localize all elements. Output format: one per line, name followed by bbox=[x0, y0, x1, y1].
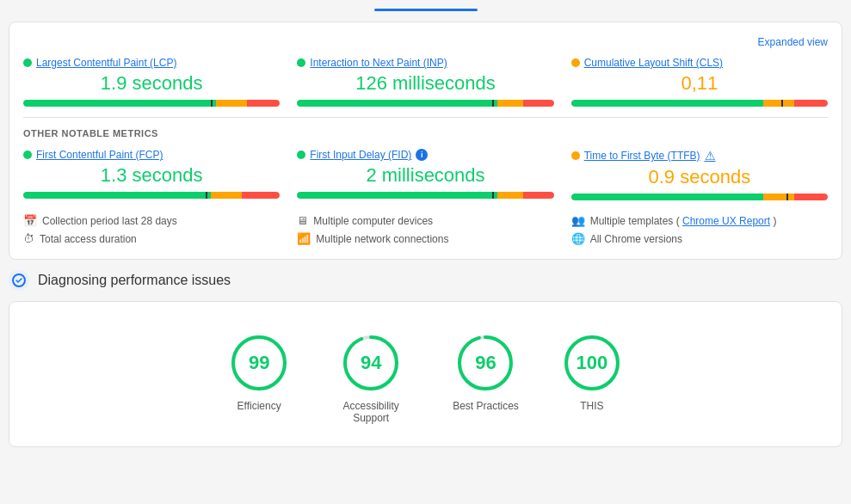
metric-ttfb: Time to First Byte (TTFB) ⚠ 0.9 seconds bbox=[571, 149, 828, 200]
scores-card: 99 Efficiency 94 Accessibility Support bbox=[9, 301, 842, 447]
metric-lcp: Largest Contentful Paint (LCP) 1.9 secon… bbox=[23, 57, 280, 107]
metric-cls-label[interactable]: Cumulative Layout Shift (CLS) bbox=[571, 57, 828, 69]
fid-dot bbox=[297, 151, 305, 159]
fcp-bar-orange bbox=[211, 192, 242, 199]
inp-bar-red bbox=[523, 100, 554, 107]
metric-ttfb-label[interactable]: Time to First Byte (TTFB) ⚠ bbox=[571, 149, 828, 163]
metric-cls: Cumulative Layout Shift (CLS) 0,11 bbox=[571, 57, 828, 107]
info-devices: 🖥 Multiple computer devices bbox=[297, 214, 553, 227]
score-this-value: 100 bbox=[576, 352, 607, 374]
primary-metrics-grid: Largest Contentful Paint (LCP) 1.9 secon… bbox=[23, 57, 828, 107]
score-this: 100 THIS bbox=[562, 333, 622, 424]
inp-bar-green bbox=[297, 100, 497, 107]
ttfb-warning-icon: ⚠ bbox=[705, 149, 716, 163]
info-devices-text: Multiple computer devices bbox=[313, 215, 433, 227]
inp-marker bbox=[492, 100, 494, 107]
cls-bar-green bbox=[571, 100, 764, 107]
info-total-text: Total access duration bbox=[40, 233, 137, 245]
lcp-marker bbox=[211, 100, 213, 107]
fid-bar-orange bbox=[497, 192, 523, 199]
fid-bar bbox=[297, 192, 553, 199]
score-this-circle: 100 bbox=[562, 333, 622, 393]
info-grid: 📅 Collection period last 28 days ⏱ Total… bbox=[23, 214, 828, 245]
diagnosing-section: Diagnosing performance issues bbox=[9, 270, 842, 291]
info-total-access: ⏱ Total access duration bbox=[23, 232, 280, 245]
inp-bar-orange bbox=[497, 100, 523, 107]
lcp-value: 1.9 seconds bbox=[23, 72, 280, 95]
score-best-practices-label: Best Practices bbox=[453, 400, 519, 412]
info-col-2: 🖥 Multiple computer devices 📶 Multiple n… bbox=[297, 214, 553, 245]
score-accessibility: 94 Accessibility Support bbox=[332, 333, 410, 424]
info-col-1: 📅 Collection period last 28 days ⏱ Total… bbox=[23, 214, 280, 245]
scores-grid: 99 Efficiency 94 Accessibility Support bbox=[23, 316, 828, 433]
lcp-bar bbox=[23, 100, 280, 107]
info-col-3: 👥 Multiple templates ( Chrome UX Report … bbox=[571, 214, 828, 245]
diagnosing-icon bbox=[9, 270, 29, 291]
score-best-practices-circle: 96 bbox=[455, 333, 515, 393]
fcp-dot bbox=[23, 151, 32, 159]
info-chrome-text: All Chrome versions bbox=[590, 233, 682, 245]
cls-dot bbox=[571, 58, 580, 67]
lcp-dot bbox=[23, 58, 32, 67]
info-templates-text: Multiple templates ( Chrome UX Report ) bbox=[590, 215, 777, 227]
metric-fcp-label[interactable]: First Contentful Paint (FCP) bbox=[23, 149, 280, 161]
inp-dot bbox=[297, 58, 305, 67]
info-collection-text: Collection period last 28 days bbox=[42, 215, 177, 227]
ttfb-value: 0.9 seconds bbox=[571, 166, 828, 188]
score-accessibility-label: Accessibility Support bbox=[332, 400, 410, 424]
fid-bar-red bbox=[523, 192, 554, 199]
ttfb-dot bbox=[571, 151, 580, 160]
lcp-bar-orange bbox=[216, 100, 247, 107]
expanded-view-link[interactable]: Expanded view bbox=[23, 36, 828, 48]
metric-inp-label[interactable]: Interaction to Next Paint (INP) bbox=[297, 57, 553, 69]
score-efficiency-value: 99 bbox=[249, 352, 269, 374]
active-tab-indicator bbox=[374, 9, 478, 11]
ttfb-marker bbox=[786, 194, 788, 200]
cls-marker bbox=[781, 100, 783, 107]
fcp-bar bbox=[23, 192, 280, 199]
inp-bar bbox=[297, 100, 553, 107]
clock-icon: ⏱ bbox=[23, 232, 34, 245]
fcp-bar-red bbox=[242, 192, 281, 199]
fid-marker bbox=[492, 192, 494, 199]
chrome-ux-report-link[interactable]: Chrome UX Report bbox=[682, 215, 770, 227]
diagnosing-title: Diagnosing performance issues bbox=[38, 273, 231, 288]
info-network: 📶 Multiple network connections bbox=[297, 232, 553, 245]
ttfb-bar-red bbox=[794, 194, 828, 200]
score-best-practices-value: 96 bbox=[475, 352, 496, 374]
metrics-card: Expanded view Largest Contentful Paint (… bbox=[9, 22, 842, 260]
metric-lcp-label[interactable]: Largest Contentful Paint (LCP) bbox=[23, 57, 280, 69]
globe-icon: 🌐 bbox=[571, 232, 585, 245]
secondary-metrics-grid: First Contentful Paint (FCP) 1.3 seconds bbox=[23, 149, 828, 200]
score-efficiency-label: Efficiency bbox=[237, 400, 281, 412]
fcp-bar-green bbox=[23, 192, 211, 199]
info-network-text: Multiple network connections bbox=[316, 233, 448, 245]
ttfb-bar-orange bbox=[763, 194, 794, 200]
fcp-marker bbox=[206, 192, 207, 199]
fid-value: 2 milliseconds bbox=[297, 164, 553, 187]
ttfb-bar-green bbox=[571, 194, 764, 200]
info-templates: 👥 Multiple templates ( Chrome UX Report … bbox=[571, 214, 828, 227]
score-accessibility-circle: 94 bbox=[341, 333, 401, 393]
metric-fid: First Input Delay (FID) i 2 milliseconds bbox=[297, 149, 553, 200]
metric-fid-label[interactable]: First Input Delay (FID) i bbox=[297, 149, 553, 161]
metric-fcp: First Contentful Paint (FCP) 1.3 seconds bbox=[23, 149, 280, 200]
info-chrome-versions: 🌐 All Chrome versions bbox=[571, 232, 828, 245]
cls-bar bbox=[571, 100, 828, 107]
lcp-bar-green bbox=[23, 100, 216, 107]
calendar-icon: 📅 bbox=[23, 214, 37, 227]
monitor-icon: 🖥 bbox=[297, 214, 308, 227]
fid-info-badge[interactable]: i bbox=[416, 149, 428, 161]
metric-inp: Interaction to Next Paint (INP) 126 mill… bbox=[297, 57, 553, 107]
wifi-icon: 📶 bbox=[297, 232, 311, 245]
fcp-value: 1.3 seconds bbox=[23, 164, 280, 187]
score-efficiency-circle: 99 bbox=[229, 333, 289, 393]
inp-value: 126 milliseconds bbox=[297, 72, 553, 95]
fid-bar-green bbox=[297, 192, 497, 199]
cls-value: 0,11 bbox=[571, 72, 828, 95]
people-icon: 👥 bbox=[571, 214, 585, 227]
score-this-label: THIS bbox=[580, 400, 603, 412]
ttfb-bar bbox=[571, 194, 828, 200]
cls-bar-orange bbox=[763, 100, 794, 107]
info-collection-period: 📅 Collection period last 28 days bbox=[23, 214, 280, 227]
